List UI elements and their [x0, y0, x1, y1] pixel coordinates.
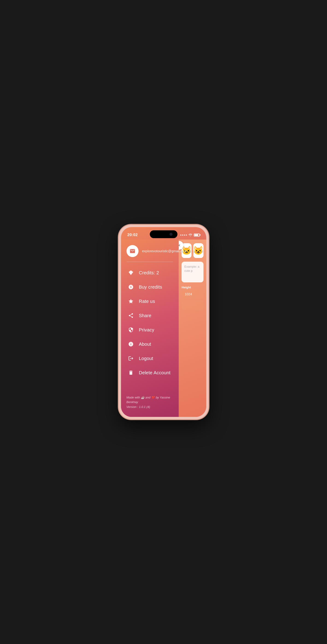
status-time: 20:02	[127, 233, 138, 237]
menu-item-buy-credits[interactable]: $ Buy credits	[121, 280, 179, 294]
svg-text:$: $	[130, 286, 132, 288]
wifi-icon	[188, 233, 192, 236]
menu-item-about[interactable]: About	[121, 337, 179, 351]
battery-icon	[194, 234, 200, 236]
dynamic-island	[150, 230, 177, 238]
menu-list: Credits: 2 $ Buy credits	[121, 264, 179, 382]
about-label: About	[139, 342, 151, 347]
menu-item-logout[interactable]: Logout	[121, 351, 179, 366]
height-label: Height	[179, 284, 206, 290]
prompt-placeholder: Example: a cute p	[184, 265, 199, 272]
credits-label: Credits: 2	[139, 270, 159, 276]
phone-screen: 20:02	[121, 227, 206, 417]
rate-us-label: Rate us	[139, 299, 155, 304]
dot-4	[186, 234, 187, 236]
screen-content: explorevotouristic@gmail.com Credits:	[121, 240, 206, 417]
svg-rect-3	[131, 330, 131, 330]
signal-dots	[180, 234, 187, 236]
menu-item-share[interactable]: Share	[121, 308, 179, 323]
battery-fill	[194, 234, 198, 236]
avatar	[127, 245, 139, 257]
privacy-label: Privacy	[139, 327, 154, 332]
buy-credits-label: Buy credits	[139, 284, 162, 290]
dot-1	[180, 234, 181, 236]
generate-button[interactable]	[182, 300, 203, 310]
status-bar: 20:02	[121, 227, 206, 240]
close-icon	[179, 244, 181, 247]
share-label: Share	[139, 313, 151, 318]
email-header: explorevotouristic@gmail.com	[121, 240, 179, 262]
phone-frame: 20:02	[119, 225, 209, 419]
menu-item-privacy[interactable]: Privacy	[121, 323, 179, 337]
star-icon	[127, 298, 134, 305]
trash-icon	[127, 369, 134, 376]
drawer-footer: Made with ☕ and ❤️ by Yassine Benkhay Ve…	[127, 395, 179, 410]
drawer-menu: explorevotouristic@gmail.com Credits:	[121, 240, 179, 417]
dot-2	[182, 234, 183, 236]
prompt-input-area[interactable]: Example: a cute p	[182, 262, 203, 282]
sticker-2: 😺	[193, 243, 203, 258]
logout-icon	[127, 355, 134, 362]
menu-item-delete-account[interactable]: Delete Account	[121, 366, 179, 380]
status-icons	[180, 233, 200, 236]
menu-item-rate[interactable]: Rate us	[121, 294, 179, 308]
shield-icon	[127, 326, 134, 333]
logout-label: Logout	[139, 356, 153, 361]
diamond-icon	[127, 269, 134, 276]
share-icon	[127, 312, 134, 319]
info-icon	[127, 341, 134, 348]
footer-line1: Made with ☕ and ❤️ by Yassine Benkhay	[127, 395, 179, 405]
dot-3	[184, 234, 185, 236]
user-email: explorevotouristic@gmail.com	[142, 249, 187, 253]
footer-line2: Version : 1.0.1 (4)	[127, 405, 179, 410]
right-panel: 🐱 😺 Example: a cute p Height 1024	[179, 240, 206, 417]
height-input[interactable]: 1024	[182, 290, 203, 298]
height-value: 1024	[185, 292, 192, 296]
delete-account-label: Delete Account	[139, 370, 171, 376]
mail-icon	[130, 248, 136, 254]
camera-dot	[170, 233, 172, 236]
header-divider	[127, 262, 173, 262]
menu-item-credits[interactable]: Credits: 2	[121, 266, 179, 280]
dollar-circle-icon: $	[127, 284, 134, 290]
